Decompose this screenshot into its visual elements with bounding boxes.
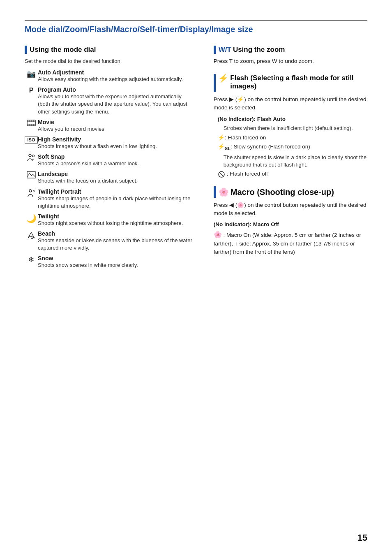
flash-auto-label: (No indicator): Flash Auto — [218, 116, 286, 122]
section-blue-bar — [25, 46, 27, 54]
macro-title: Macro (Shooting close-up) — [231, 188, 334, 197]
flash-forced-on-label: ⚡: Flash forced on — [218, 134, 266, 141]
top-border — [25, 20, 367, 21]
list-item: Soft Snap Shoots a person's skin with a … — [25, 153, 194, 167]
macro-off-label: (No indicator): Macro Off — [214, 221, 279, 227]
soft-snap-content: Soft Snap Shoots a person's skin with a … — [38, 153, 194, 167]
list-item: Beach Shoots seaside or lakeside scenes … — [25, 230, 194, 252]
list-item: ❄ Snow Shoots snow scenes in white more … — [25, 255, 194, 269]
svg-line-16 — [219, 172, 224, 176]
page-content: Mode dial/Zoom/Flash/Macro/Self-timer/Di… — [0, 0, 392, 297]
snow-icon: ❄ — [25, 255, 38, 264]
program-auto-desc: Allows you to shoot with the exposure ad… — [38, 93, 194, 116]
macro-item-off: (No indicator): Macro Off — [214, 221, 367, 227]
zoom-section: W/T Using the zoom Press T to zoom, pres… — [214, 46, 367, 64]
movie-name: Movie — [38, 119, 194, 125]
movie-icon — [25, 119, 38, 128]
beach-name: Beach — [38, 230, 194, 237]
mode-dial-title: Using the mode dial — [30, 46, 96, 54]
flash-section: ⚡ Flash (Selecting a flash mode for stil… — [214, 74, 367, 178]
snow-name: Snow — [38, 255, 194, 262]
macro-section: 🌸 Macro (Shooting close-up) Press ◀ (🌸) … — [214, 186, 367, 256]
auto-adjustment-desc: Allows easy shooting with the settings a… — [38, 76, 194, 83]
snow-desc: Shoots snow scenes in white more clearly… — [38, 262, 194, 269]
twilight-portrait-content: Twilight Portrait Shoots sharp images of… — [38, 188, 194, 210]
program-auto-content: Program Auto Allows you to shoot with th… — [38, 86, 194, 116]
snow-content: Snow Shoots snow scenes in white more cl… — [38, 255, 194, 269]
list-item: 🌙 Twilight Shoots night scenes without l… — [25, 213, 194, 227]
left-column: Using the mode dial Set the mode dial to… — [25, 46, 194, 273]
flash-section-header: ⚡ Flash (Selecting a flash mode for stil… — [214, 74, 367, 92]
list-item: ISO High Sensitivity Shoots images witho… — [25, 136, 194, 150]
flash-title: Flash (Selecting a flash mode for still … — [230, 74, 367, 91]
auto-adjustment-name: Auto Adjustment — [38, 69, 194, 76]
zoom-section-header: W/T Using the zoom — [214, 46, 367, 54]
svg-point-12 — [29, 190, 32, 192]
high-sensitivity-icon: ISO — [25, 137, 38, 144]
landscape-name: Landscape — [38, 171, 194, 177]
flash-auto-desc: Strobes when there is insufficient light… — [224, 125, 367, 132]
flash-item-forced-off: : Flash forced off — [218, 170, 367, 178]
zoom-wt-label: W/T — [219, 46, 231, 54]
zoom-section-bar — [214, 46, 216, 54]
flash-forced-off-label: : Flash forced off — [218, 171, 268, 177]
flash-slow-synchro-label: ⚡SL: Slow synchro (Flash forced on) — [218, 144, 310, 150]
twilight-portrait-name: Twilight Portrait — [38, 188, 194, 195]
list-item: 📷 Auto Adjustment Allows easy shooting w… — [25, 69, 194, 83]
list-item: P Program Auto Allows you to shoot with … — [25, 86, 194, 116]
zoom-desc: Press T to zoom, press W to undo zoom. — [214, 58, 367, 64]
list-item: Movie Allows you to record movies. — [25, 119, 194, 133]
beach-icon — [25, 231, 38, 241]
list-item: Twilight Portrait Shoots sharp images of… — [25, 188, 194, 210]
high-sensitivity-name: High Sensitivity — [38, 136, 194, 143]
twilight-content: Twilight Shoots night scenes without los… — [38, 213, 194, 227]
high-sensitivity-content: High Sensitivity Shoots images without a… — [38, 136, 194, 150]
flash-slow-desc: The shutter speed is slow in a dark plac… — [224, 154, 367, 169]
svg-point-10 — [32, 155, 35, 157]
movie-content: Movie Allows you to record movies. — [38, 119, 194, 133]
twilight-portrait-desc: Shoots sharp images of people in a dark … — [38, 195, 194, 210]
soft-snap-icon — [25, 154, 38, 164]
program-auto-icon: P — [25, 87, 38, 94]
flash-item-auto: (No indicator): Flash Auto — [218, 116, 367, 123]
page-title: Mode dial/Zoom/Flash/Macro/Self-timer/Di… — [25, 25, 367, 34]
twilight-desc: Shoots night scenes without losing the n… — [38, 220, 194, 227]
beach-desc: Shoots seaside or lakeside scenes with t… — [38, 237, 194, 252]
macro-header: 🌸 Macro (Shooting close-up) — [214, 186, 367, 198]
mode-dial-subtitle: Set the mode dial to the desired functio… — [25, 58, 194, 64]
flash-intro: Press ▶ (⚡) on the control button repeat… — [214, 95, 367, 112]
list-item: Landscape Shoots with the focus on a dis… — [25, 171, 194, 185]
twilight-name: Twilight — [38, 213, 194, 220]
landscape-icon — [25, 171, 38, 181]
program-auto-name: Program Auto — [38, 86, 194, 93]
flash-item-slow-synchro: ⚡SL: Slow synchro (Flash forced on) — [218, 143, 367, 152]
macro-on-icon: 🌸 — [214, 231, 222, 238]
flash-header-inner: ⚡ Flash (Selecting a flash mode for stil… — [218, 74, 367, 91]
soft-snap-name: Soft Snap — [38, 153, 194, 160]
flash-lightning-icon: ⚡ — [218, 74, 228, 82]
macro-section-bar — [214, 186, 216, 198]
landscape-content: Landscape Shoots with the focus on a dis… — [38, 171, 194, 185]
movie-desc: Allows you to record movies. — [38, 125, 194, 133]
zoom-title: Using the zoom — [233, 46, 285, 54]
mode-list: 📷 Auto Adjustment Allows easy shooting w… — [25, 69, 194, 269]
flash-section-bar — [214, 74, 216, 92]
auto-adjustment-content: Auto Adjustment Allows easy shooting wit… — [38, 69, 194, 83]
macro-flower-icon: 🌸 — [219, 187, 229, 197]
twilight-icon: 🌙 — [25, 213, 38, 223]
svg-point-9 — [29, 154, 31, 157]
flash-item-forced-on: ⚡: Flash forced on — [218, 134, 367, 142]
two-column-layout: Using the mode dial Set the mode dial to… — [25, 46, 367, 273]
beach-content: Beach Shoots seaside or lakeside scenes … — [38, 230, 194, 252]
high-sensitivity-desc: Shoots images without a flash even in lo… — [38, 143, 194, 150]
svg-rect-11 — [27, 171, 35, 178]
mode-dial-section-header: Using the mode dial — [25, 46, 194, 54]
auto-adjustment-icon: 📷 — [25, 69, 38, 79]
landscape-desc: Shoots with the focus on a distant subje… — [38, 177, 194, 185]
twilight-portrait-icon — [25, 189, 38, 200]
macro-item-on: 🌸 : Macro On (W side: Approx. 5 cm or fa… — [214, 230, 367, 257]
macro-intro: Press ◀ (🌸) on the control button repeat… — [214, 201, 367, 218]
right-column: W/T Using the zoom Press T to zoom, pres… — [214, 46, 367, 273]
page-number: 15 — [357, 533, 367, 543]
soft-snap-desc: Shoots a person's skin with a warmer loo… — [38, 160, 194, 167]
